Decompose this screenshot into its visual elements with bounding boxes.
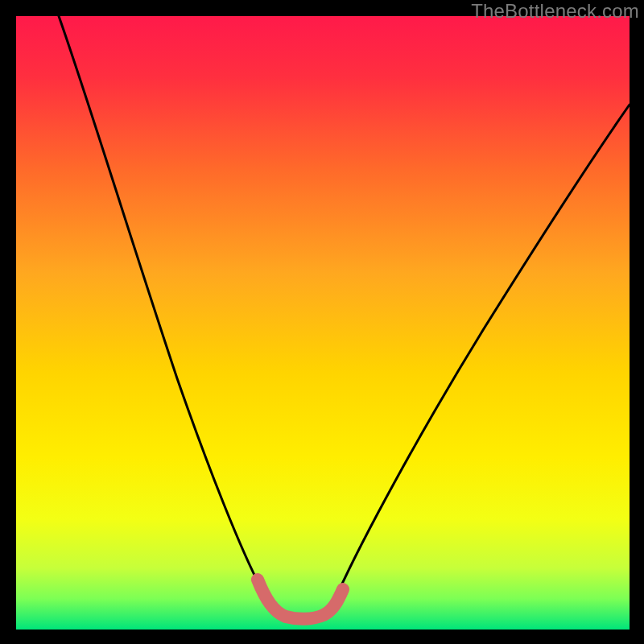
gradient-background xyxy=(16,16,630,630)
chart-svg xyxy=(16,16,630,630)
chart-frame: TheBottleneck.com xyxy=(0,0,644,644)
plot-area xyxy=(16,16,630,630)
